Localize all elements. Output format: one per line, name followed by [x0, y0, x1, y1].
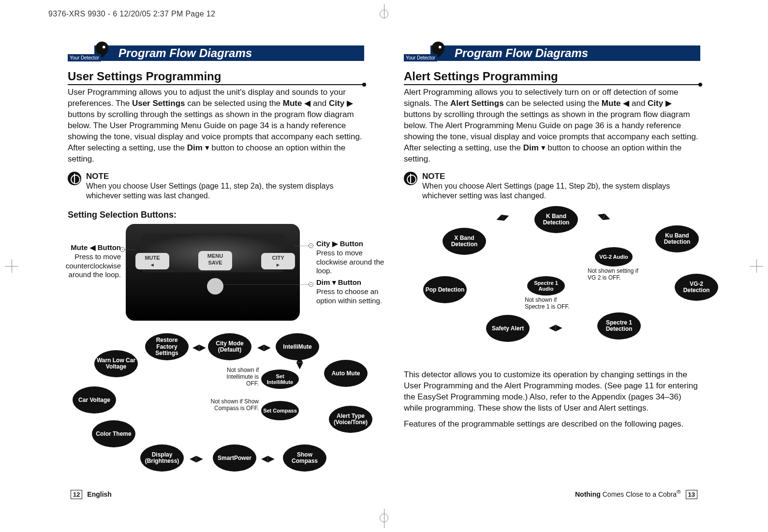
note-body: When you choose User Settings (page 11, …: [86, 181, 364, 202]
node-show-compass: Show Compass: [283, 444, 326, 472]
header-badge: Your Detector: [68, 44, 111, 63]
node-city-mode: City Mode (Default): [208, 333, 251, 360]
registration-mark: [750, 259, 763, 273]
section-title-user-settings: User Settings Programming: [68, 70, 364, 85]
node-pop-detection: Pop Detection: [423, 276, 467, 303]
note-block: NOTE When you choose User Settings (page…: [68, 172, 364, 202]
double-arrow-icon: ◀▶: [494, 210, 511, 224]
header-badge-text: Your Detector: [404, 54, 437, 61]
svg-point-0: [103, 45, 105, 48]
node-display: Display (Brightness): [140, 444, 184, 472]
crop-mark: [380, 10, 388, 18]
node-auto-mute: Auto Mute: [324, 360, 368, 387]
node-spectre1-det: Spectre 1 Detection: [597, 312, 641, 340]
node-spectre1-audio: Spectre 1 Audio: [527, 276, 565, 296]
device-menu-button: MENUSAVE: [198, 251, 232, 270]
detector-photo: [126, 224, 300, 321]
leader-dot: [309, 282, 313, 287]
page-left: Program Flow Diagrams Your Detector User…: [48, 29, 384, 503]
footer-tagline: Nothing Comes Close to a Cobra®: [575, 490, 681, 498]
device-city-button: CITY▸: [261, 253, 295, 269]
page-header: Program Flow Diagrams Your Detector: [68, 44, 364, 63]
print-slug: 9376-XRS 9930 - 6 12/20/05 2:37 PM Page …: [48, 10, 215, 18]
node-x-band: X Band Detection: [443, 228, 486, 255]
double-arrow-icon: ◀▶: [192, 342, 206, 353]
double-arrow-icon: ◀▶: [596, 209, 612, 223]
node-vg2-det: VG-2 Detection: [675, 274, 718, 301]
node-alert-type: Alert Type (Voice/Tone): [329, 406, 372, 433]
alert-settings-loop: K Band Detection Ku Band Detection VG-2 …: [404, 206, 700, 361]
hint-vg2: Not shown setting if VG 2 is OFF.: [588, 268, 641, 281]
callout-dim: Dim ▾ Button Press to choose an option w…: [316, 278, 394, 305]
header-badge: Your Detector: [404, 44, 447, 63]
double-arrow-icon: ◀▶: [190, 453, 203, 464]
leader-line: [223, 284, 309, 285]
page-number: 13: [686, 490, 697, 499]
node-set-intellimute: Set IntelliMute: [261, 369, 299, 389]
page-number: 12: [71, 490, 82, 499]
intro-paragraph: User Programming allows you to adjust th…: [68, 87, 364, 165]
note-block: NOTE When you choose Alert Settings (pag…: [404, 172, 700, 202]
double-arrow-icon: ◀▶: [261, 453, 275, 464]
device-mute-button: MUTE◂: [135, 253, 169, 269]
crop-mark: [380, 514, 388, 522]
header-title: Program Flow Diagrams: [430, 45, 700, 61]
note-heading: NOTE: [86, 172, 364, 181]
page-footer-left: 12 English: [68, 490, 112, 499]
device-illustration: MUTE◂ MENUSAVE CITY▸ Mute ◀ Button Press…: [68, 224, 364, 330]
node-vg2-audio: VG-2 Audio: [595, 247, 633, 266]
node-ku-band: Ku Band Detection: [655, 225, 699, 252]
double-arrow-icon: ◀▶: [549, 322, 562, 333]
node-safety-alert: Safety Alert: [486, 315, 530, 342]
svg-point-1: [439, 45, 442, 48]
hint-intellimute: Not shown if Intellimute is OFF.: [213, 367, 259, 387]
note-body: When you choose Alert Settings (page 11,…: [422, 181, 700, 202]
note-heading: NOTE: [422, 172, 700, 181]
user-settings-loop: City Mode (Default) IntelliMute Auto Mut…: [68, 333, 364, 488]
note-icon: [404, 172, 417, 185]
closing-para-1: This detector allows you to customize it…: [404, 369, 700, 414]
node-smartpower: SmartPower: [213, 444, 256, 472]
node-set-compass: Set Compass: [261, 401, 299, 420]
node-car-voltage: Car Voltage: [73, 386, 116, 414]
node-k-band: K Band Detection: [534, 206, 578, 233]
leader-dot: [309, 243, 313, 248]
hint-spectre: Not shown if Spectre 1 is OFF.: [525, 297, 573, 310]
leader-line: [125, 250, 135, 250]
subhead-setting-selection: Setting Selection Buttons:: [68, 210, 364, 220]
leader-line: [295, 246, 309, 246]
page-footer-right: Nothing Comes Close to a Cobra® 13: [575, 488, 700, 499]
double-arrow-icon: ◀▶: [257, 342, 271, 353]
footer-language: English: [87, 490, 112, 498]
device-dim-button: [207, 278, 223, 295]
node-color-theme: Color Theme: [92, 420, 135, 447]
header-badge-text: Your Detector: [68, 54, 101, 61]
section-title-alert-settings: Alert Settings Programming: [404, 70, 700, 85]
callout-city: City ▶ Button Press to move clockwise ar…: [316, 239, 394, 276]
closing-para-2: Features of the programmable settings ar…: [404, 419, 700, 430]
callout-mute: Mute ◀ Button Press to move counterclock…: [44, 243, 121, 280]
intro-paragraph: Alert Programming allows you to selectiv…: [404, 87, 700, 165]
node-warn-low-voltage: Warn Low Car Voltage: [94, 350, 138, 377]
header-title: Program Flow Diagrams: [94, 45, 364, 61]
node-restore-factory: Restore Factory Settings: [145, 333, 189, 360]
note-icon: [68, 172, 81, 185]
hint-compass: Not shown if Show Compass is OFF.: [208, 399, 259, 412]
page-right: Program Flow Diagrams Your Detector Aler…: [384, 29, 720, 503]
double-arrow-icon: ◀▶: [295, 356, 306, 369]
page-header: Program Flow Diagrams Your Detector: [404, 44, 700, 63]
registration-mark: [5, 259, 18, 273]
